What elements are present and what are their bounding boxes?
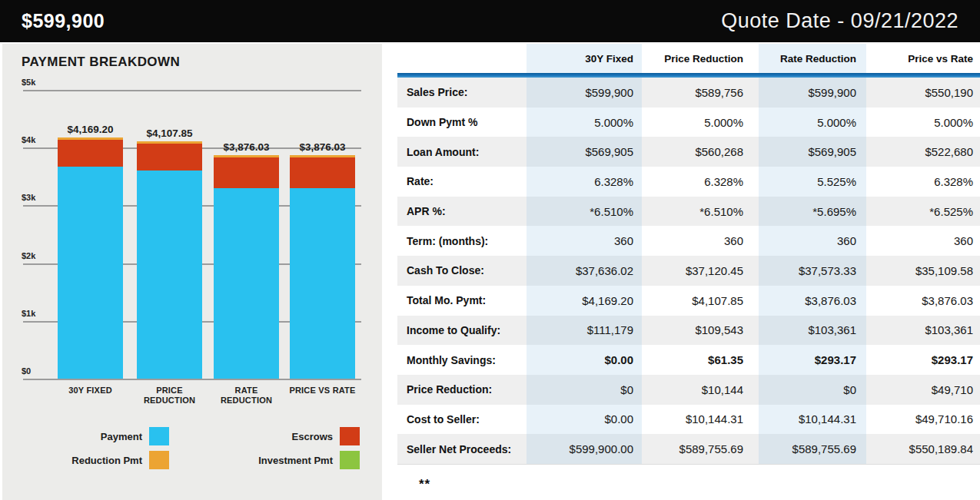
- table-row: Term: (months):360360360360: [397, 226, 980, 256]
- row-value: $0: [759, 375, 866, 405]
- row-value: 6.328%: [866, 167, 980, 197]
- table-row: Down Pymt %5.000%5.000%5.000%5.000%: [397, 108, 980, 137]
- row-value: *6.525%: [866, 197, 980, 227]
- row-value: $49,710.16: [866, 405, 980, 435]
- escrows-swatch: [340, 427, 360, 445]
- bar-segment-payment: [137, 171, 202, 379]
- comparison-table-panel: 30Y FixedPrice ReductionRate ReductionPr…: [397, 44, 980, 492]
- row-label: Total Mo. Pymt:: [397, 286, 527, 316]
- bar-total-label: $3,876.03: [277, 141, 369, 153]
- row-value: $37,636.02: [527, 256, 642, 286]
- comparison-table: 30Y FixedPrice ReductionRate ReductionPr…: [397, 44, 980, 465]
- row-value: 5.000%: [642, 108, 759, 137]
- row-value: $293.17: [759, 345, 866, 375]
- row-value: 360: [642, 226, 759, 256]
- table-row: Monthly Savings:$0.00$61.35$293.17$293.1…: [397, 345, 980, 375]
- payment-breakdown-panel: PAYMENT BREAKDOWN $5k$4k$3k$2k$1k$0$4,16…: [2, 44, 382, 500]
- row-value: $10,144.31: [759, 405, 866, 435]
- row-value: $550,189.84: [866, 434, 980, 464]
- row-value: *5.695%: [759, 197, 866, 227]
- row-value: $599,900.00: [527, 434, 642, 464]
- row-label: Cost to Seller:: [397, 405, 527, 435]
- bar-segment-payment: [290, 188, 355, 379]
- row-value: $10,144: [642, 375, 759, 405]
- y-axis-tick: $5k: [22, 78, 35, 87]
- x-axis-label: 30Y FIXED: [45, 386, 137, 396]
- bar-segment-payment: [214, 188, 279, 379]
- row-value: $560,268: [642, 137, 759, 167]
- row-value: 5.000%: [527, 108, 642, 137]
- row-value: $3,876.03: [866, 286, 980, 316]
- bar-segment-reduction-pmt: [137, 141, 202, 144]
- row-label: Income to Qualify:: [397, 316, 527, 346]
- row-value: $599,900: [759, 78, 866, 108]
- row-value: 360: [866, 226, 980, 256]
- bar-segment-escrows: [290, 157, 355, 188]
- legend-item: Payment: [22, 426, 169, 446]
- row-value: 6.328%: [642, 167, 759, 197]
- legend-item: Escrows: [177, 426, 360, 446]
- header-bar: $599,900 Quote Date - 09/21/2022: [0, 0, 980, 42]
- row-label: Seller Net Proceeds:: [397, 434, 527, 464]
- column-header: Price vs Rate: [866, 44, 980, 73]
- table-row: Loan Amount:$569,905$560,268$569,905$522…: [397, 137, 980, 167]
- row-value: $37,573.33: [759, 256, 866, 286]
- table-row: Seller Net Proceeds:$599,900.00$589,755.…: [397, 434, 980, 464]
- bar-segment-escrows: [137, 144, 202, 170]
- row-label: Loan Amount:: [397, 137, 527, 167]
- table-row: Rate:6.328%6.328%5.525%6.328%: [397, 167, 980, 197]
- row-value: $569,905: [759, 137, 866, 167]
- legend-item: Reduction Pmt: [22, 450, 169, 470]
- row-value: $0.00: [527, 345, 642, 375]
- payment-breakdown-chart: $5k$4k$3k$2k$1k$0$4,169.2030Y FIXED$4,10…: [22, 75, 364, 421]
- gridline: [23, 90, 361, 91]
- row-value: 6.328%: [527, 167, 642, 197]
- row-value: $3,876.03: [759, 286, 866, 316]
- legend-label: Payment: [22, 431, 142, 442]
- row-value: $550,190: [866, 78, 980, 108]
- bar-segment-reduction-pmt: [58, 137, 123, 140]
- y-axis-tick: $4k: [22, 135, 35, 144]
- row-value: *6.510%: [527, 197, 642, 227]
- table-row: APR %:*6.510%*6.510%*5.695%*6.525%: [397, 197, 980, 227]
- investment-pmt-swatch: [340, 451, 360, 469]
- row-value: $293.17: [866, 345, 980, 375]
- row-value: $0.00: [527, 405, 642, 435]
- legend-item: Investment Pmt: [177, 450, 360, 470]
- row-value: $61.35: [642, 345, 759, 375]
- row-label: Monthly Savings:: [397, 345, 527, 375]
- reduction-pmt-swatch: [149, 451, 169, 469]
- row-value: $35,109.58: [866, 256, 980, 286]
- row-value: $599,900: [527, 78, 642, 108]
- bar-segment-payment: [58, 167, 123, 379]
- row-value: $0: [527, 375, 642, 405]
- footnote: **: [419, 477, 980, 492]
- y-axis-tick: $0: [22, 366, 31, 376]
- row-value: 5.525%: [759, 167, 866, 197]
- row-value: 360: [527, 226, 642, 256]
- row-value: $569,905: [527, 137, 642, 167]
- row-value: $522,680: [866, 137, 980, 167]
- row-value: 360: [759, 226, 866, 256]
- y-axis-tick: $1k: [22, 309, 35, 318]
- bar-segment-reduction-pmt: [214, 155, 279, 157]
- row-value: $103,361: [866, 316, 980, 346]
- row-value: $4,169.20: [527, 286, 642, 316]
- column-header: Rate Reduction: [759, 44, 866, 73]
- row-value: 5.000%: [759, 108, 866, 137]
- row-value: $4,107.85: [642, 286, 759, 316]
- row-label: Term: (months):: [397, 226, 527, 256]
- column-header: Price Reduction: [642, 44, 759, 73]
- row-value: $103,361: [759, 316, 866, 346]
- row-value: $49,710: [866, 375, 980, 405]
- bar-segment-reduction-pmt: [290, 155, 355, 157]
- table-row: Cash To Close:$37,636.02$37,120.45$37,57…: [397, 256, 980, 286]
- chart-title: PAYMENT BREAKDOWN: [22, 55, 180, 70]
- row-value: *6.510%: [642, 197, 759, 227]
- bar-segment-escrows: [214, 157, 279, 188]
- legend-label: Reduction Pmt: [22, 455, 142, 466]
- row-value: $111,179: [527, 316, 642, 346]
- row-label: Rate:: [397, 167, 527, 197]
- legend-label: Escrows: [177, 431, 333, 442]
- x-axis-label: PRICE VS RATE: [277, 386, 369, 396]
